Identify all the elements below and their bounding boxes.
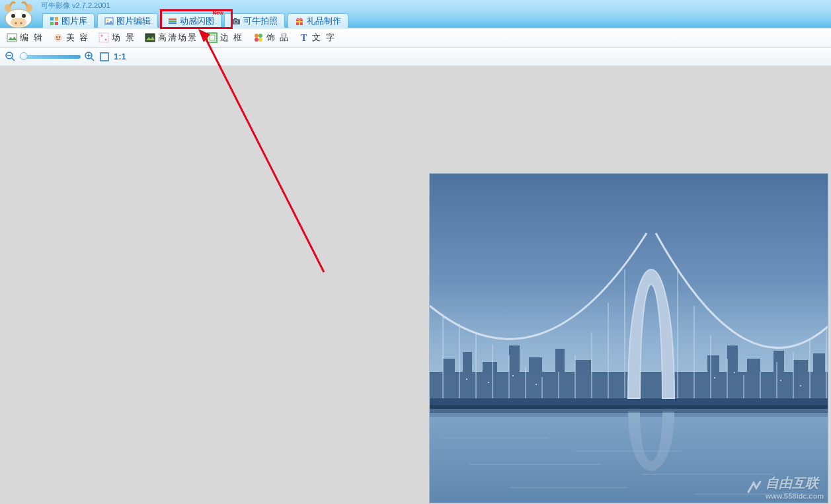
zoom-slider[interactable] (20, 55, 81, 59)
tool-label: 文 字 (312, 32, 336, 44)
svg-rect-64 (488, 382, 489, 383)
svg-rect-16 (169, 22, 177, 24)
tool-label: 高清场景 (158, 32, 198, 44)
svg-point-5 (22, 14, 26, 18)
tool-label: 编 辑 (20, 32, 44, 44)
svg-rect-9 (55, 17, 58, 20)
svg-point-36 (255, 38, 258, 42)
watermark-logo-icon (746, 479, 763, 496)
svg-point-3 (11, 18, 26, 27)
svg-rect-65 (512, 375, 514, 377)
svg-rect-46 (100, 53, 108, 61)
tool-scene[interactable]: 场 景 (99, 32, 136, 44)
svg-rect-33 (210, 35, 215, 40)
gift-icon (295, 17, 304, 26)
image-preview[interactable]: 自由互联 www.558idc.com (429, 173, 828, 503)
face-icon (53, 32, 63, 43)
svg-rect-72 (430, 405, 828, 409)
canvas-area[interactable]: 自由互联 www.558idc.com (3, 67, 828, 504)
svg-point-13 (107, 19, 109, 21)
svg-rect-28 (99, 33, 108, 42)
tool-label: 饰 品 (266, 32, 290, 44)
tab-label: 礼品制作 (307, 15, 341, 27)
tool-label: 场 景 (112, 32, 136, 44)
svg-rect-20 (234, 18, 237, 19)
tool-label: 美 容 (66, 32, 90, 44)
svg-rect-8 (50, 17, 54, 20)
tab-animated[interactable]: 动感闪图 New (161, 13, 221, 28)
tool-edit[interactable]: 编 辑 (7, 32, 44, 44)
landscape-icon (7, 32, 17, 43)
svg-point-7 (20, 22, 22, 24)
title-bar: 可牛影像 v2.7.2.2001 (0, 0, 831, 11)
svg-line-43 (91, 58, 94, 61)
app-title: 可牛影像 v2.7.2.2001 (41, 1, 110, 11)
svg-point-26 (56, 36, 58, 38)
svg-point-6 (15, 22, 17, 24)
tool-hd-scene[interactable]: 高清场景 (145, 32, 198, 44)
zoom-slider-thumb[interactable] (20, 52, 28, 60)
tool-label: 边 框 (220, 32, 244, 44)
hd-icon (145, 32, 155, 43)
film-icon (168, 17, 177, 26)
tab-label: 可牛拍照 (243, 15, 278, 27)
svg-rect-11 (55, 22, 58, 25)
app-mascot-icon (0, 0, 37, 28)
svg-rect-71 (430, 398, 828, 405)
camera-icon (231, 17, 241, 26)
watermark-brand: 自由互联 (766, 476, 818, 490)
svg-rect-68 (734, 372, 735, 373)
frame-icon (207, 32, 218, 43)
watermark-url: www.558idc.com (766, 492, 824, 500)
tab-label: 图片库 (61, 15, 87, 27)
svg-rect-69 (780, 380, 781, 381)
zoom-bar: 1:1 (0, 48, 831, 66)
svg-rect-14 (169, 18, 177, 20)
svg-text:T: T (301, 33, 308, 43)
svg-rect-10 (50, 22, 54, 25)
svg-rect-70 (800, 385, 801, 386)
clover-icon (253, 32, 264, 43)
svg-point-30 (105, 39, 107, 41)
svg-rect-15 (169, 20, 177, 22)
zoom-ratio-label[interactable]: 1:1 (114, 52, 126, 61)
sub-toolbar: 编 辑 美 容 场 景 高清场景 边 框 饰 品 T 文 字 (0, 28, 831, 48)
svg-rect-32 (208, 33, 217, 42)
svg-point-37 (258, 38, 262, 42)
svg-point-19 (235, 20, 237, 22)
svg-point-34 (255, 34, 258, 38)
svg-point-4 (11, 14, 15, 18)
fit-screen-icon[interactable] (99, 52, 110, 62)
tab-library[interactable]: 图片库 (42, 13, 95, 28)
tool-beauty[interactable]: 美 容 (53, 32, 90, 44)
grid-icon (50, 17, 59, 26)
svg-rect-67 (714, 377, 715, 378)
main-tab-bar: 图片库 图片编辑 动感闪图 New 可牛拍照 礼品制作 (0, 11, 831, 28)
zoom-in-icon[interactable] (85, 52, 95, 62)
watermark: 自由互联 www.558idc.com (746, 474, 824, 500)
zoom-out-icon[interactable] (5, 52, 16, 62)
svg-point-25 (54, 34, 62, 42)
svg-rect-66 (535, 384, 537, 385)
svg-rect-23 (296, 21, 303, 22)
tab-label: 动感闪图 (180, 15, 214, 27)
svg-rect-63 (466, 378, 467, 380)
tool-text[interactable]: T 文 字 (299, 32, 336, 44)
svg-point-35 (258, 34, 262, 38)
text-icon: T (299, 32, 309, 43)
tool-frame[interactable]: 边 框 (207, 32, 244, 44)
tab-label: 图片编辑 (116, 15, 151, 27)
scene-icon (99, 32, 109, 43)
new-badge-icon: New (213, 10, 223, 16)
svg-point-27 (59, 36, 60, 38)
tab-camera[interactable]: 可牛拍照 (224, 13, 285, 28)
tab-gift[interactable]: 礼品制作 (288, 13, 348, 28)
tab-edit[interactable]: 图片编辑 (97, 13, 158, 28)
picture-icon (104, 17, 114, 26)
svg-line-40 (12, 58, 15, 61)
tool-decor[interactable]: 饰 品 (253, 32, 290, 44)
svg-point-29 (101, 35, 103, 37)
